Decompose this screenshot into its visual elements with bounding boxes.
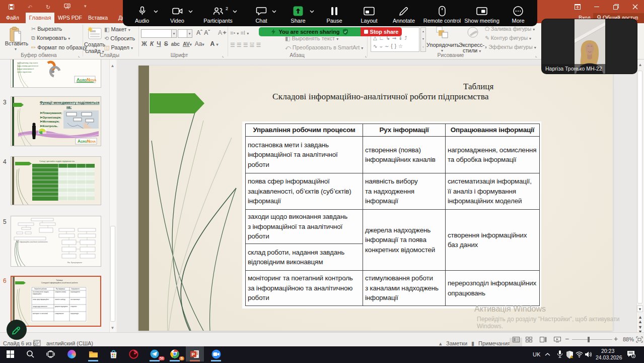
svg-text:Управління робочим: Управління робочим (34, 288, 47, 290)
svg-text:поява сфер інформаційної: поява сфер інформаційної (33, 298, 49, 300)
svg-text:інформаційної: інформаційної (33, 293, 42, 295)
svg-text:заходи щодо виконання: заходи щодо виконання (33, 306, 47, 308)
svg-text:➤Контроль.: ➤Контроль. (40, 124, 58, 128)
svg-text:моніторинг та поетапний: моніторинг та поетапний (33, 313, 48, 315)
svg-text:постановка мети і завдань: постановка мети і завдань (33, 291, 49, 293)
svg-text:стимулювання: стимулювання (55, 313, 64, 315)
svg-text:наявність вибору: наявність вибору (55, 298, 65, 300)
svg-text:своїх підлеглих: своїх підлеглих (17, 71, 31, 73)
svg-text:Функції менеджменту поділяютьс: Функції менеджменту поділяються (40, 101, 99, 105)
svg-text:Складові інформаційно-аналітич: Складові інформаційно-аналітичної роботи (41, 282, 78, 284)
svg-text:P: P (192, 351, 195, 357)
svg-text:Рух інформації: Рух інформації (56, 288, 65, 290)
svg-text:➤Мотивація;: ➤Мотивація; (40, 119, 59, 123)
svg-text:будь-якому досягненні: будь-якому досягненні (17, 65, 38, 67)
svg-text:вищої можливості: вищої можливості (17, 68, 34, 70)
svg-text:джерела надходжень: джерела надходжень (55, 306, 68, 308)
svg-text:перерозподіл: перерозподіл (70, 313, 79, 315)
svg-text:➤Планування;: ➤Планування; (40, 111, 62, 114)
svg-text:Таблиця: Таблиця (56, 279, 62, 281)
svg-text:!: ! (571, 356, 571, 358)
svg-text:Рис. Інформаційно-аналітичне з: Рис. Інформаційно-аналітичне забезпеченн… (16, 241, 48, 243)
svg-text:систематизація: систематизація (70, 298, 80, 300)
svg-text:нагромадження: нагромадження (70, 291, 80, 293)
svg-text:створення: створення (70, 306, 77, 308)
svg-text:➤Організація;: ➤Організація; (40, 115, 61, 119)
svg-text:створення (поява): створення (поява) (55, 291, 66, 293)
svg-text:Рис. Функціонування: Рис. Функціонування (67, 262, 82, 264)
svg-text:принципому, від нього: принципому, від нього (17, 62, 38, 64)
svg-text:Склад і динаміка кадрів підпри: Склад і динаміка кадрів підприємства (39, 160, 75, 162)
svg-text:на:: на: (66, 105, 71, 109)
svg-text:Опрацювання: Опрацювання (71, 288, 80, 290)
svg-text:2: 2 (633, 354, 635, 357)
